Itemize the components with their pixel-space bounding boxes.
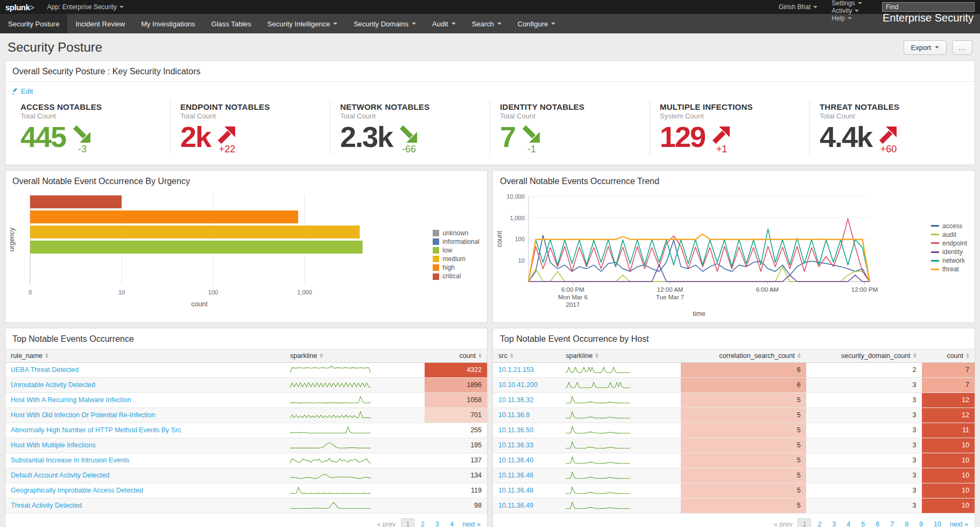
column-header-sparkline[interactable]: sparkline (560, 349, 681, 362)
urgency-bar-chart[interactable]: 0101001,000counturgency (5, 191, 476, 318)
pager-page-4[interactable]: 4 (446, 519, 458, 527)
kpi-threat-notables[interactable]: THREAT NOTABLESTotal Count4.4k+60 (809, 100, 969, 155)
pager-page-8[interactable]: 8 (900, 519, 913, 527)
src-link[interactable]: 10.11.36.8 (498, 411, 530, 419)
column-header-count[interactable]: count (922, 349, 975, 362)
rule-name-link[interactable]: Host With A Recurring Malware Infection (11, 396, 131, 404)
src-link[interactable]: 10.1.21.153 (498, 366, 534, 374)
pager-page-6[interactable]: 6 (871, 519, 884, 527)
src-link[interactable]: 10.11.36.50 (498, 426, 533, 434)
export-button[interactable]: Export (904, 40, 947, 55)
src-link[interactable]: 10.10.41.200 (498, 381, 538, 389)
column-header-sparkline[interactable]: sparkline (285, 349, 425, 362)
src-link[interactable]: 10.11.36.49 (498, 502, 533, 509)
legend-item-endpoint[interactable]: endpoint (931, 239, 967, 248)
pager-next[interactable]: next » (950, 521, 968, 527)
pager-page-3[interactable]: 3 (431, 519, 443, 527)
bar-high[interactable] (30, 210, 298, 223)
nav-item-my-investigations[interactable]: My Investigations (133, 14, 203, 33)
rule-name-link[interactable]: Substantial Increase In Intrusion Events (11, 456, 129, 464)
pager-next[interactable]: next » (462, 521, 481, 527)
column-header-src[interactable]: src (493, 349, 560, 362)
app-menu[interactable]: App: Enterprise Security (47, 3, 124, 11)
rule-name-link[interactable]: Unroutable Activity Detected (11, 381, 95, 389)
splunk-logo[interactable]: splunk> (5, 3, 34, 12)
pager-page-9[interactable]: 9 (915, 519, 927, 527)
legend-item-informational[interactable]: informational (433, 237, 480, 246)
trend-line-chart[interactable]: 101001,00010,0006:00 PMMon Mar 6201712:0… (493, 191, 964, 318)
rule-name-link[interactable]: Default Account Activity Detected (11, 472, 109, 479)
src-link[interactable]: 10.11.36.32 (498, 396, 533, 404)
legend-item-identity[interactable]: identity (931, 248, 967, 256)
legend-item-network[interactable]: network (931, 256, 967, 265)
nav-item-security-posture[interactable]: Security Posture (0, 14, 67, 33)
kpi-endpoint-notables[interactable]: ENDPOINT NOTABLESTotal Count2k+22 (170, 100, 330, 155)
kpi-identity-notables[interactable]: IDENTITY NOTABLESTotal Count7-1 (490, 100, 650, 155)
pager-page-7[interactable]: 7 (886, 519, 898, 527)
legend-item-high[interactable]: high (433, 263, 480, 272)
nav-item-security-intelligence[interactable]: Security Intelligence (259, 14, 346, 33)
legend-item-audit[interactable]: audit (931, 230, 967, 239)
column-header-correlation_search_count[interactable]: correlation_search_count (681, 349, 806, 362)
pager-page-4[interactable]: 4 (842, 519, 855, 527)
column-label: security_domain_count (841, 352, 911, 360)
series-identity[interactable] (528, 265, 870, 282)
column-header-count[interactable]: count (425, 349, 487, 362)
pager-page-current[interactable]: 1 (798, 518, 811, 527)
nav-item-audit[interactable]: Audit (424, 14, 464, 33)
user-menu[interactable]: Girish Bhat (779, 3, 817, 11)
src-link[interactable]: 10.11.36.40 (498, 456, 533, 464)
bar-low[interactable] (30, 241, 363, 254)
rule-name-link[interactable]: Threat Activity Detected (11, 502, 82, 509)
pager-page-3[interactable]: 3 (828, 519, 840, 527)
rule-name-link[interactable]: Host With Multiple Infections (11, 441, 96, 449)
rule-name-link[interactable]: Abnormally High Number of HTTP Method Ev… (11, 426, 181, 434)
legend-item-low[interactable]: low (433, 246, 480, 255)
topbar-menu-activity[interactable]: Activity (831, 7, 868, 15)
edit-link[interactable]: Edit (12, 87, 33, 95)
pager-page-10[interactable]: 10 (929, 519, 946, 527)
nav-item-configure[interactable]: Configure (510, 14, 563, 33)
rule-name-link[interactable]: UEBA Threat Detected (11, 366, 79, 374)
svg-text:12:00 AM: 12:00 AM (657, 286, 683, 293)
pager-prev[interactable]: « prev (774, 521, 793, 527)
pager-page-5[interactable]: 5 (857, 519, 869, 527)
more-actions-button[interactable]: ... (952, 40, 972, 55)
nav-item-glass-tables[interactable]: Glass Tables (203, 14, 259, 33)
kpi-access-notables[interactable]: ACCESS NOTABLESTotal Count445-3 (11, 100, 170, 155)
column-header-security_domain_count[interactable]: security_domain_count (806, 349, 922, 362)
src-link[interactable]: 10.11.36.46 (498, 472, 533, 479)
src-link[interactable]: 10.11.36.48 (498, 487, 533, 494)
legend-item-access[interactable]: access (931, 222, 967, 230)
pager-prev[interactable]: « prev (377, 521, 396, 527)
count-cell: 11 (922, 423, 975, 438)
sparkline (566, 455, 630, 465)
security-domain-count-cell: 3 (806, 468, 922, 483)
pager-page-current[interactable]: 1 (401, 518, 414, 527)
rule-name-link[interactable]: Host With Old Infection Or Potential Re-… (11, 411, 155, 419)
legend-label: identity (942, 248, 963, 256)
kpi-network-notables[interactable]: NETWORK NOTABLESTotal Count2.3k-66 (330, 100, 490, 155)
rule-name-link[interactable]: Geographically Improbable Access Detecte… (11, 487, 143, 494)
bar-medium[interactable] (30, 226, 359, 238)
kpi-multiple-infections[interactable]: MULTIPLE INFECTIONSSystem Count129+1 (650, 100, 809, 155)
legend-item-critical[interactable]: critical (433, 272, 480, 280)
legend-item-unknown[interactable]: unknown (433, 229, 480, 237)
pager-page-2[interactable]: 2 (417, 519, 429, 527)
series-audit[interactable] (528, 266, 870, 282)
legend-item-medium[interactable]: medium (433, 255, 480, 263)
topbar-menu-settings[interactable]: Settings (831, 0, 868, 7)
series-endpoint[interactable] (528, 219, 870, 282)
src-link[interactable]: 10.11.36.33 (498, 441, 533, 449)
nav-item-security-domains[interactable]: Security Domains (346, 14, 424, 33)
topbar-menu-help[interactable]: Help (831, 15, 868, 22)
table-row: Abnormally High Number of HTTP Method Ev… (5, 423, 487, 438)
find-search-input[interactable] (882, 2, 975, 12)
count-cell: 10 (922, 483, 975, 498)
nav-item-incident-review[interactable]: Incident Review (67, 14, 133, 33)
legend-item-threat[interactable]: threat (931, 265, 967, 273)
bar-critical[interactable] (30, 195, 122, 208)
pager-page-2[interactable]: 2 (813, 519, 826, 527)
column-header-rule_name[interactable]: rule_name (5, 349, 285, 362)
nav-item-search[interactable]: Search (464, 14, 510, 33)
